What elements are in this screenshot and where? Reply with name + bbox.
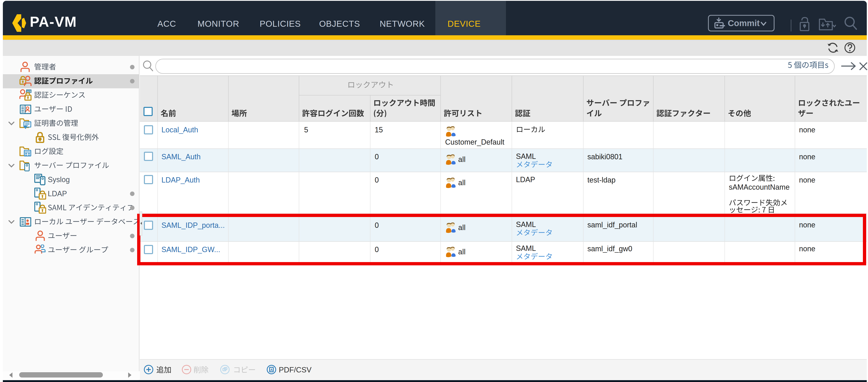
svg-text:A: A: [270, 368, 273, 372]
